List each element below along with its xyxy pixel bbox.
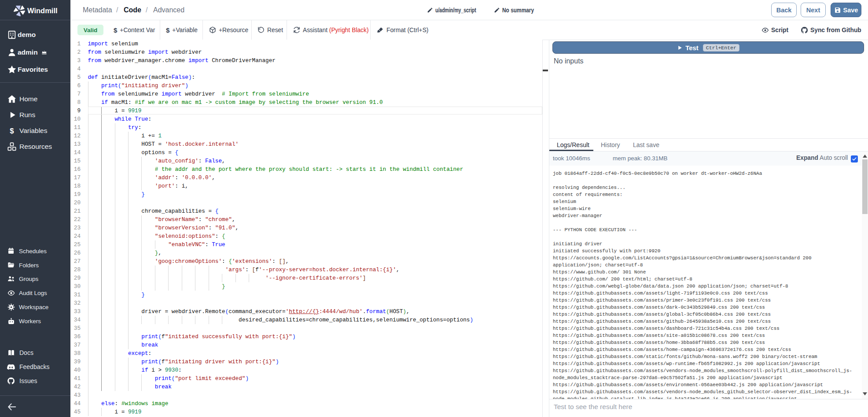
svg-text:$: $ (10, 126, 14, 135)
